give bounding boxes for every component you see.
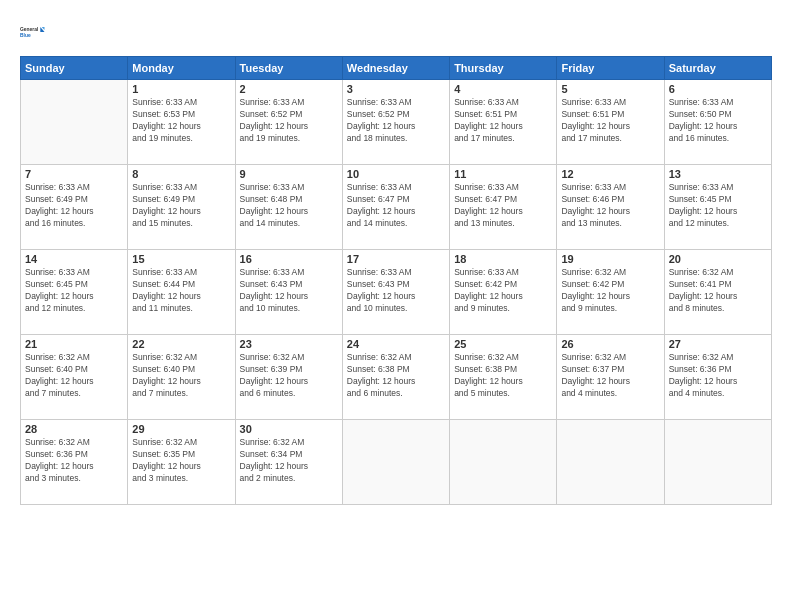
calendar-cell: 14Sunrise: 6:33 AMSunset: 6:45 PMDayligh… bbox=[21, 250, 128, 335]
day-info: Sunrise: 6:33 AMSunset: 6:51 PMDaylight:… bbox=[454, 97, 552, 145]
day-number: 15 bbox=[132, 253, 230, 265]
day-info: Sunrise: 6:32 AMSunset: 6:38 PMDaylight:… bbox=[454, 352, 552, 400]
day-number: 8 bbox=[132, 168, 230, 180]
day-info: Sunrise: 6:33 AMSunset: 6:45 PMDaylight:… bbox=[669, 182, 767, 230]
day-number: 3 bbox=[347, 83, 445, 95]
day-info: Sunrise: 6:33 AMSunset: 6:44 PMDaylight:… bbox=[132, 267, 230, 315]
day-number: 2 bbox=[240, 83, 338, 95]
calendar-cell: 27Sunrise: 6:32 AMSunset: 6:36 PMDayligh… bbox=[664, 335, 771, 420]
calendar-cell: 4Sunrise: 6:33 AMSunset: 6:51 PMDaylight… bbox=[450, 80, 557, 165]
calendar-cell bbox=[557, 420, 664, 505]
calendar-cell: 24Sunrise: 6:32 AMSunset: 6:38 PMDayligh… bbox=[342, 335, 449, 420]
day-info: Sunrise: 6:33 AMSunset: 6:52 PMDaylight:… bbox=[347, 97, 445, 145]
calendar-cell: 5Sunrise: 6:33 AMSunset: 6:51 PMDaylight… bbox=[557, 80, 664, 165]
calendar-cell: 18Sunrise: 6:33 AMSunset: 6:42 PMDayligh… bbox=[450, 250, 557, 335]
day-info: Sunrise: 6:32 AMSunset: 6:37 PMDaylight:… bbox=[561, 352, 659, 400]
calendar-cell: 26Sunrise: 6:32 AMSunset: 6:37 PMDayligh… bbox=[557, 335, 664, 420]
day-info: Sunrise: 6:33 AMSunset: 6:47 PMDaylight:… bbox=[454, 182, 552, 230]
calendar-cell: 16Sunrise: 6:33 AMSunset: 6:43 PMDayligh… bbox=[235, 250, 342, 335]
calendar-cell: 2Sunrise: 6:33 AMSunset: 6:52 PMDaylight… bbox=[235, 80, 342, 165]
page-header: GeneralBlue bbox=[20, 18, 772, 46]
day-info: Sunrise: 6:33 AMSunset: 6:46 PMDaylight:… bbox=[561, 182, 659, 230]
day-number: 19 bbox=[561, 253, 659, 265]
day-info: Sunrise: 6:33 AMSunset: 6:52 PMDaylight:… bbox=[240, 97, 338, 145]
calendar-week-row: 14Sunrise: 6:33 AMSunset: 6:45 PMDayligh… bbox=[21, 250, 772, 335]
day-number: 21 bbox=[25, 338, 123, 350]
day-info: Sunrise: 6:33 AMSunset: 6:49 PMDaylight:… bbox=[132, 182, 230, 230]
day-info: Sunrise: 6:33 AMSunset: 6:42 PMDaylight:… bbox=[454, 267, 552, 315]
day-number: 5 bbox=[561, 83, 659, 95]
day-header-thursday: Thursday bbox=[450, 57, 557, 80]
svg-text:Blue: Blue bbox=[20, 33, 31, 38]
calendar-table: SundayMondayTuesdayWednesdayThursdayFrid… bbox=[20, 56, 772, 505]
day-info: Sunrise: 6:32 AMSunset: 6:38 PMDaylight:… bbox=[347, 352, 445, 400]
day-number: 14 bbox=[25, 253, 123, 265]
day-info: Sunrise: 6:32 AMSunset: 6:39 PMDaylight:… bbox=[240, 352, 338, 400]
day-info: Sunrise: 6:32 AMSunset: 6:34 PMDaylight:… bbox=[240, 437, 338, 485]
day-number: 9 bbox=[240, 168, 338, 180]
calendar-cell: 25Sunrise: 6:32 AMSunset: 6:38 PMDayligh… bbox=[450, 335, 557, 420]
day-number: 29 bbox=[132, 423, 230, 435]
calendar-week-row: 1Sunrise: 6:33 AMSunset: 6:53 PMDaylight… bbox=[21, 80, 772, 165]
day-info: Sunrise: 6:33 AMSunset: 6:43 PMDaylight:… bbox=[347, 267, 445, 315]
day-info: Sunrise: 6:32 AMSunset: 6:42 PMDaylight:… bbox=[561, 267, 659, 315]
logo-icon: GeneralBlue bbox=[20, 18, 48, 46]
calendar-cell: 30Sunrise: 6:32 AMSunset: 6:34 PMDayligh… bbox=[235, 420, 342, 505]
calendar-week-row: 21Sunrise: 6:32 AMSunset: 6:40 PMDayligh… bbox=[21, 335, 772, 420]
day-info: Sunrise: 6:32 AMSunset: 6:40 PMDaylight:… bbox=[132, 352, 230, 400]
day-header-monday: Monday bbox=[128, 57, 235, 80]
day-info: Sunrise: 6:33 AMSunset: 6:50 PMDaylight:… bbox=[669, 97, 767, 145]
day-info: Sunrise: 6:33 AMSunset: 6:53 PMDaylight:… bbox=[132, 97, 230, 145]
day-info: Sunrise: 6:33 AMSunset: 6:51 PMDaylight:… bbox=[561, 97, 659, 145]
calendar-cell: 21Sunrise: 6:32 AMSunset: 6:40 PMDayligh… bbox=[21, 335, 128, 420]
day-number: 18 bbox=[454, 253, 552, 265]
day-number: 7 bbox=[25, 168, 123, 180]
calendar-cell: 20Sunrise: 6:32 AMSunset: 6:41 PMDayligh… bbox=[664, 250, 771, 335]
day-number: 22 bbox=[132, 338, 230, 350]
day-info: Sunrise: 6:32 AMSunset: 6:40 PMDaylight:… bbox=[25, 352, 123, 400]
day-number: 6 bbox=[669, 83, 767, 95]
day-number: 20 bbox=[669, 253, 767, 265]
day-number: 28 bbox=[25, 423, 123, 435]
calendar-cell bbox=[664, 420, 771, 505]
calendar-cell: 22Sunrise: 6:32 AMSunset: 6:40 PMDayligh… bbox=[128, 335, 235, 420]
day-info: Sunrise: 6:32 AMSunset: 6:36 PMDaylight:… bbox=[669, 352, 767, 400]
calendar-cell: 1Sunrise: 6:33 AMSunset: 6:53 PMDaylight… bbox=[128, 80, 235, 165]
calendar-week-row: 28Sunrise: 6:32 AMSunset: 6:36 PMDayligh… bbox=[21, 420, 772, 505]
day-number: 25 bbox=[454, 338, 552, 350]
day-header-wednesday: Wednesday bbox=[342, 57, 449, 80]
calendar-cell: 12Sunrise: 6:33 AMSunset: 6:46 PMDayligh… bbox=[557, 165, 664, 250]
day-info: Sunrise: 6:32 AMSunset: 6:41 PMDaylight:… bbox=[669, 267, 767, 315]
day-info: Sunrise: 6:32 AMSunset: 6:35 PMDaylight:… bbox=[132, 437, 230, 485]
day-number: 26 bbox=[561, 338, 659, 350]
calendar-cell bbox=[21, 80, 128, 165]
day-header-sunday: Sunday bbox=[21, 57, 128, 80]
svg-text:General: General bbox=[20, 27, 39, 32]
calendar-cell: 19Sunrise: 6:32 AMSunset: 6:42 PMDayligh… bbox=[557, 250, 664, 335]
calendar-cell: 13Sunrise: 6:33 AMSunset: 6:45 PMDayligh… bbox=[664, 165, 771, 250]
calendar-cell: 29Sunrise: 6:32 AMSunset: 6:35 PMDayligh… bbox=[128, 420, 235, 505]
day-number: 12 bbox=[561, 168, 659, 180]
calendar-cell: 8Sunrise: 6:33 AMSunset: 6:49 PMDaylight… bbox=[128, 165, 235, 250]
day-number: 16 bbox=[240, 253, 338, 265]
day-number: 11 bbox=[454, 168, 552, 180]
day-number: 17 bbox=[347, 253, 445, 265]
calendar-cell: 17Sunrise: 6:33 AMSunset: 6:43 PMDayligh… bbox=[342, 250, 449, 335]
calendar-cell: 6Sunrise: 6:33 AMSunset: 6:50 PMDaylight… bbox=[664, 80, 771, 165]
day-info: Sunrise: 6:33 AMSunset: 6:45 PMDaylight:… bbox=[25, 267, 123, 315]
logo: GeneralBlue bbox=[20, 18, 48, 46]
day-number: 13 bbox=[669, 168, 767, 180]
calendar-week-row: 7Sunrise: 6:33 AMSunset: 6:49 PMDaylight… bbox=[21, 165, 772, 250]
calendar-cell: 15Sunrise: 6:33 AMSunset: 6:44 PMDayligh… bbox=[128, 250, 235, 335]
calendar-cell bbox=[450, 420, 557, 505]
calendar-header-row: SundayMondayTuesdayWednesdayThursdayFrid… bbox=[21, 57, 772, 80]
calendar-cell: 11Sunrise: 6:33 AMSunset: 6:47 PMDayligh… bbox=[450, 165, 557, 250]
day-number: 4 bbox=[454, 83, 552, 95]
calendar-cell: 9Sunrise: 6:33 AMSunset: 6:48 PMDaylight… bbox=[235, 165, 342, 250]
day-number: 10 bbox=[347, 168, 445, 180]
day-info: Sunrise: 6:32 AMSunset: 6:36 PMDaylight:… bbox=[25, 437, 123, 485]
day-header-friday: Friday bbox=[557, 57, 664, 80]
calendar-cell: 28Sunrise: 6:32 AMSunset: 6:36 PMDayligh… bbox=[21, 420, 128, 505]
day-info: Sunrise: 6:33 AMSunset: 6:48 PMDaylight:… bbox=[240, 182, 338, 230]
day-info: Sunrise: 6:33 AMSunset: 6:47 PMDaylight:… bbox=[347, 182, 445, 230]
